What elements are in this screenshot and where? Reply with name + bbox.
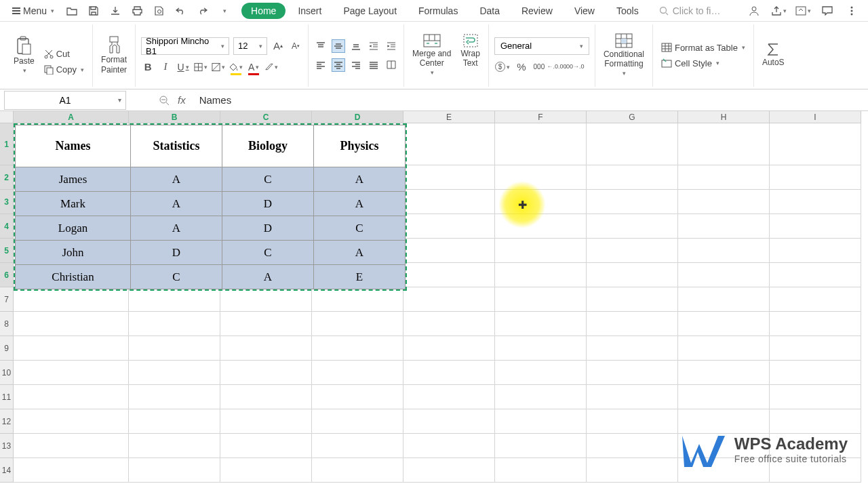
tab-review[interactable]: Review [512, 3, 562, 19]
fill-color-button[interactable]: ▾ [229, 60, 243, 74]
align-center-icon[interactable] [332, 58, 345, 72]
table-cell[interactable]: D [222, 192, 314, 216]
conditional-formatting-button[interactable]: Conditional Formatting▾ [601, 32, 647, 79]
align-bottom-icon[interactable] [349, 39, 363, 53]
tab-data[interactable]: Data [470, 3, 509, 19]
col-header-B[interactable]: B [129, 111, 220, 123]
undo-icon[interactable] [172, 3, 189, 19]
autosum-button[interactable]: AutoS [760, 41, 787, 68]
row-header-3[interactable]: 3 [0, 190, 14, 214]
table-cell[interactable]: D [222, 216, 314, 241]
table-cell[interactable]: A [131, 167, 222, 192]
align-right-icon[interactable] [349, 58, 363, 72]
menu-button[interactable]: Menu ▾ [7, 3, 60, 19]
comments-icon[interactable] [819, 3, 835, 19]
row-header-10[interactable]: 10 [0, 361, 14, 385]
font-name-select[interactable]: Shippori Mincho B1▾ [141, 37, 229, 55]
col-header-I[interactable]: I [770, 111, 861, 123]
paste-button[interactable]: Paste▾ [11, 35, 37, 76]
col-header-A[interactable]: A [14, 111, 129, 123]
open-icon[interactable] [64, 3, 80, 19]
tab-view[interactable]: View [565, 3, 604, 19]
name-box[interactable]: A1 ▾ [4, 91, 126, 110]
col-header-G[interactable]: G [587, 111, 678, 123]
print-preview-icon[interactable] [151, 3, 167, 19]
tab-page-layout[interactable]: Page Layout [334, 3, 406, 19]
fx-icon[interactable]: fx [178, 94, 186, 106]
col-header-C[interactable]: C [220, 111, 312, 123]
save-icon[interactable] [85, 3, 102, 19]
row-header-1[interactable]: 1 [0, 123, 14, 165]
clear-format-button[interactable]: ▾ [264, 60, 278, 74]
italic-button[interactable]: I [159, 60, 172, 74]
decrease-font-icon[interactable]: A▾ [289, 39, 302, 53]
table-cell[interactable]: A [314, 167, 406, 192]
align-middle-icon[interactable] [332, 39, 345, 53]
account-icon[interactable] [746, 3, 762, 19]
table-cell[interactable]: James [16, 167, 131, 192]
copy-button[interactable]: Copy▾ [41, 63, 87, 76]
row-header-6[interactable]: 6 [0, 263, 14, 287]
decrease-indent-icon[interactable] [367, 39, 380, 53]
table-cell[interactable]: A [131, 216, 222, 241]
row-header-12[interactable]: 12 [0, 409, 14, 434]
table-cell[interactable]: A [314, 192, 406, 216]
table-cell[interactable]: A [314, 241, 406, 265]
increase-decimal-icon[interactable]: ←.0.00 [550, 60, 564, 74]
row-header-7[interactable]: 7 [0, 287, 14, 312]
col-header-D[interactable]: D [312, 111, 403, 123]
number-format-select[interactable]: General▾ [494, 37, 589, 55]
qat-more-icon[interactable]: ▾ [216, 3, 232, 19]
row-header-13[interactable]: 13 [0, 434, 14, 458]
format-painter-button[interactable]: Format Painter [98, 35, 130, 76]
tab-tools[interactable]: Tools [607, 3, 648, 19]
print-icon[interactable] [129, 3, 145, 19]
format-as-table-button[interactable]: Format as Table▾ [658, 41, 748, 54]
wrap-text-button[interactable]: Wrap Text [458, 33, 482, 79]
increase-indent-icon[interactable] [384, 39, 398, 53]
table-cell[interactable]: A [222, 265, 314, 289]
table-cell[interactable]: A [131, 192, 222, 216]
select-all-corner[interactable] [0, 111, 14, 123]
redo-icon[interactable] [194, 3, 210, 19]
table-header[interactable]: Biology [222, 125, 314, 167]
table-cell[interactable]: E [314, 265, 406, 289]
currency-icon[interactable]: $▾ [494, 60, 511, 74]
col-header-H[interactable]: H [678, 111, 770, 123]
row-header-9[interactable]: 9 [0, 336, 14, 361]
font-size-select[interactable]: 12▾ [233, 37, 267, 55]
row-header-5[interactable]: 5 [0, 239, 14, 263]
table-header[interactable]: Names [16, 125, 131, 167]
table-cell[interactable]: C [131, 265, 222, 289]
percent-icon[interactable]: % [515, 60, 528, 74]
formula-input[interactable]: Names [193, 94, 232, 106]
cell-style-button[interactable]: Cell Style▾ [658, 57, 748, 70]
table-cell[interactable]: C [222, 167, 314, 192]
borders-button[interactable]: ▾ [194, 60, 208, 74]
decrease-decimal-icon[interactable]: .00→.0 [568, 60, 581, 74]
justify-icon[interactable] [367, 58, 380, 72]
table-header[interactable]: Physics [314, 125, 406, 167]
table-cell[interactable]: John [16, 241, 131, 265]
align-left-icon[interactable] [314, 58, 328, 72]
row-header-8[interactable]: 8 [0, 312, 14, 336]
col-header-E[interactable]: E [403, 111, 495, 123]
table-cell[interactable]: D [131, 241, 222, 265]
table-cell[interactable]: Logan [16, 216, 131, 241]
orientation-icon[interactable] [384, 58, 398, 72]
merge-center-button[interactable]: Merge and Center▾ [410, 33, 454, 79]
underline-button[interactable]: U▾ [176, 60, 190, 74]
export-icon[interactable] [107, 3, 123, 19]
bold-button[interactable]: B [141, 60, 155, 74]
fill-effects-button[interactable]: ▾ [212, 60, 225, 74]
table-cell[interactable]: Mark [16, 192, 131, 216]
font-color-button[interactable]: A▾ [247, 60, 260, 74]
zoom-out-icon[interactable] [157, 94, 171, 107]
table-cell[interactable]: C [222, 241, 314, 265]
share-icon[interactable]: ▾ [770, 3, 787, 19]
increase-font-icon[interactable]: A▴ [271, 39, 285, 53]
row-header-14[interactable]: 14 [0, 458, 14, 483]
tab-formulas[interactable]: Formulas [409, 3, 467, 19]
row-header-11[interactable]: 11 [0, 385, 14, 409]
tab-home[interactable]: Home [241, 3, 285, 19]
